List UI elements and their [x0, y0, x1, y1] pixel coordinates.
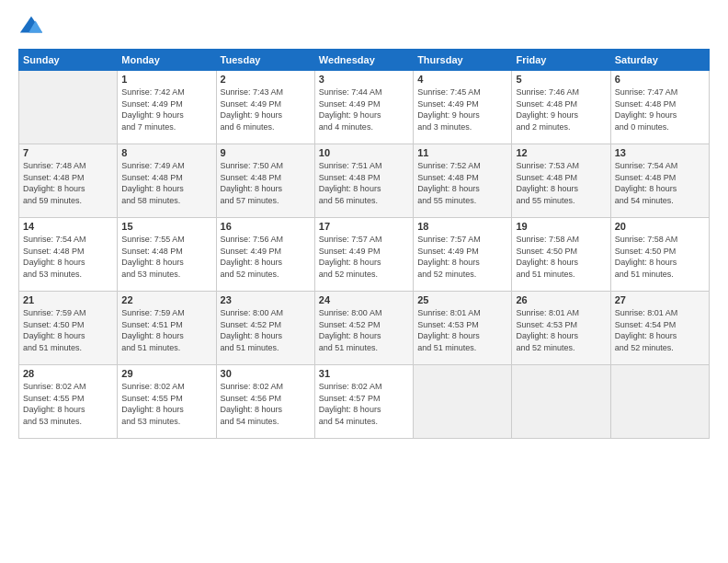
day-number: 1: [121, 74, 211, 85]
day-cell: 7Sunrise: 7:48 AM Sunset: 4:48 PM Daylig…: [19, 144, 118, 218]
day-cell: 12Sunrise: 7:53 AM Sunset: 4:48 PM Dayli…: [512, 144, 610, 218]
header-cell-thursday: Thursday: [414, 50, 512, 71]
day-number: 15: [121, 221, 211, 232]
day-info: Sunrise: 7:53 AM Sunset: 4:48 PM Dayligh…: [516, 160, 606, 206]
day-cell: 2Sunrise: 7:43 AM Sunset: 4:49 PM Daylig…: [216, 71, 314, 144]
calendar-body: 1Sunrise: 7:42 AM Sunset: 4:49 PM Daylig…: [19, 71, 710, 439]
day-cell: 31Sunrise: 8:02 AM Sunset: 4:57 PM Dayli…: [314, 365, 413, 439]
day-number: 17: [319, 221, 409, 232]
logo: [18, 14, 48, 40]
day-number: 5: [516, 74, 606, 85]
day-info: Sunrise: 7:45 AM Sunset: 4:49 PM Dayligh…: [417, 86, 507, 132]
header-cell-friday: Friday: [512, 50, 610, 71]
day-info: Sunrise: 8:00 AM Sunset: 4:52 PM Dayligh…: [319, 307, 409, 353]
header-cell-sunday: Sunday: [19, 50, 118, 71]
day-cell: 25Sunrise: 8:01 AM Sunset: 4:53 PM Dayli…: [414, 292, 512, 365]
page-header: [18, 14, 710, 40]
day-cell: 29Sunrise: 8:02 AM Sunset: 4:55 PM Dayli…: [118, 365, 216, 439]
day-number: 3: [319, 74, 409, 85]
day-number: 9: [221, 147, 311, 158]
day-cell: 13Sunrise: 7:54 AM Sunset: 4:48 PM Dayli…: [610, 144, 709, 218]
day-cell: 26Sunrise: 8:01 AM Sunset: 4:53 PM Dayli…: [512, 292, 610, 365]
day-cell: 1Sunrise: 7:42 AM Sunset: 4:49 PM Daylig…: [118, 71, 216, 144]
day-info: Sunrise: 7:54 AM Sunset: 4:48 PM Dayligh…: [615, 160, 705, 206]
day-cell: [19, 71, 118, 144]
day-number: 19: [516, 221, 606, 232]
day-number: 25: [417, 294, 507, 305]
day-info: Sunrise: 7:42 AM Sunset: 4:49 PM Dayligh…: [121, 86, 211, 132]
day-cell: 10Sunrise: 7:51 AM Sunset: 4:48 PM Dayli…: [314, 144, 413, 218]
day-info: Sunrise: 7:59 AM Sunset: 4:51 PM Dayligh…: [121, 307, 211, 353]
day-number: 23: [221, 294, 311, 305]
day-number: 16: [221, 221, 311, 232]
day-info: Sunrise: 8:01 AM Sunset: 4:53 PM Dayligh…: [417, 307, 507, 353]
day-info: Sunrise: 8:02 AM Sunset: 4:55 PM Dayligh…: [121, 381, 211, 427]
day-cell: 5Sunrise: 7:46 AM Sunset: 4:48 PM Daylig…: [512, 71, 610, 144]
day-info: Sunrise: 7:55 AM Sunset: 4:48 PM Dayligh…: [121, 234, 211, 280]
day-number: 18: [417, 221, 507, 232]
day-cell: 21Sunrise: 7:59 AM Sunset: 4:50 PM Dayli…: [19, 292, 118, 365]
day-number: 4: [417, 74, 507, 85]
calendar-table: SundayMondayTuesdayWednesdayThursdayFrid…: [18, 49, 710, 439]
day-info: Sunrise: 7:47 AM Sunset: 4:48 PM Dayligh…: [615, 86, 705, 132]
week-row: 1Sunrise: 7:42 AM Sunset: 4:49 PM Daylig…: [19, 71, 710, 144]
day-cell: [512, 365, 610, 439]
day-cell: 19Sunrise: 7:58 AM Sunset: 4:50 PM Dayli…: [512, 218, 610, 292]
day-number: 31: [319, 368, 409, 379]
day-info: Sunrise: 7:58 AM Sunset: 4:50 PM Dayligh…: [615, 234, 705, 280]
day-info: Sunrise: 7:51 AM Sunset: 4:48 PM Dayligh…: [319, 160, 409, 206]
day-cell: 3Sunrise: 7:44 AM Sunset: 4:49 PM Daylig…: [314, 71, 413, 144]
day-number: 27: [615, 294, 705, 305]
day-number: 26: [516, 294, 606, 305]
day-cell: 18Sunrise: 7:57 AM Sunset: 4:49 PM Dayli…: [414, 218, 512, 292]
header-row: SundayMondayTuesdayWednesdayThursdayFrid…: [19, 50, 710, 71]
day-number: 24: [319, 294, 409, 305]
day-number: 22: [121, 294, 211, 305]
day-info: Sunrise: 7:57 AM Sunset: 4:49 PM Dayligh…: [319, 234, 409, 280]
day-info: Sunrise: 7:49 AM Sunset: 4:48 PM Dayligh…: [121, 160, 211, 206]
day-cell: [610, 365, 709, 439]
day-cell: 14Sunrise: 7:54 AM Sunset: 4:48 PM Dayli…: [19, 218, 118, 292]
day-number: 20: [615, 221, 705, 232]
day-info: Sunrise: 7:54 AM Sunset: 4:48 PM Dayligh…: [23, 234, 113, 280]
day-cell: 17Sunrise: 7:57 AM Sunset: 4:49 PM Dayli…: [314, 218, 413, 292]
day-number: 12: [516, 147, 606, 158]
day-info: Sunrise: 7:50 AM Sunset: 4:48 PM Dayligh…: [221, 160, 311, 206]
day-info: Sunrise: 8:02 AM Sunset: 4:56 PM Dayligh…: [221, 381, 311, 427]
day-number: 11: [417, 147, 507, 158]
day-info: Sunrise: 8:02 AM Sunset: 4:55 PM Dayligh…: [23, 381, 113, 427]
day-cell: 16Sunrise: 7:56 AM Sunset: 4:49 PM Dayli…: [216, 218, 314, 292]
day-number: 14: [23, 221, 113, 232]
week-row: 7Sunrise: 7:48 AM Sunset: 4:48 PM Daylig…: [19, 144, 710, 218]
day-number: 2: [221, 74, 311, 85]
day-number: 30: [221, 368, 311, 379]
week-row: 21Sunrise: 7:59 AM Sunset: 4:50 PM Dayli…: [19, 292, 710, 365]
day-number: 13: [615, 147, 705, 158]
day-info: Sunrise: 7:44 AM Sunset: 4:49 PM Dayligh…: [319, 86, 409, 132]
day-cell: 23Sunrise: 8:00 AM Sunset: 4:52 PM Dayli…: [216, 292, 314, 365]
day-info: Sunrise: 7:46 AM Sunset: 4:48 PM Dayligh…: [516, 86, 606, 132]
day-cell: 27Sunrise: 8:01 AM Sunset: 4:54 PM Dayli…: [610, 292, 709, 365]
day-info: Sunrise: 8:00 AM Sunset: 4:52 PM Dayligh…: [221, 307, 311, 353]
day-info: Sunrise: 7:43 AM Sunset: 4:49 PM Dayligh…: [221, 86, 311, 132]
day-cell: 20Sunrise: 7:58 AM Sunset: 4:50 PM Dayli…: [610, 218, 709, 292]
day-number: 29: [121, 368, 211, 379]
week-row: 28Sunrise: 8:02 AM Sunset: 4:55 PM Dayli…: [19, 365, 710, 439]
day-info: Sunrise: 8:01 AM Sunset: 4:53 PM Dayligh…: [516, 307, 606, 353]
day-cell: 8Sunrise: 7:49 AM Sunset: 4:48 PM Daylig…: [118, 144, 216, 218]
day-info: Sunrise: 7:52 AM Sunset: 4:48 PM Dayligh…: [417, 160, 507, 206]
day-number: 21: [23, 294, 113, 305]
day-cell: 4Sunrise: 7:45 AM Sunset: 4:49 PM Daylig…: [414, 71, 512, 144]
day-cell: 28Sunrise: 8:02 AM Sunset: 4:55 PM Dayli…: [19, 365, 118, 439]
day-number: 8: [121, 147, 211, 158]
day-cell: 24Sunrise: 8:00 AM Sunset: 4:52 PM Dayli…: [314, 292, 413, 365]
day-cell: 9Sunrise: 7:50 AM Sunset: 4:48 PM Daylig…: [216, 144, 314, 218]
day-number: 7: [23, 147, 113, 158]
day-number: 10: [319, 147, 409, 158]
day-cell: 22Sunrise: 7:59 AM Sunset: 4:51 PM Dayli…: [118, 292, 216, 365]
day-info: Sunrise: 7:57 AM Sunset: 4:49 PM Dayligh…: [417, 234, 507, 280]
day-number: 28: [23, 368, 113, 379]
day-cell: 6Sunrise: 7:47 AM Sunset: 4:48 PM Daylig…: [610, 71, 709, 144]
day-cell: 30Sunrise: 8:02 AM Sunset: 4:56 PM Dayli…: [216, 365, 314, 439]
day-cell: [414, 365, 512, 439]
